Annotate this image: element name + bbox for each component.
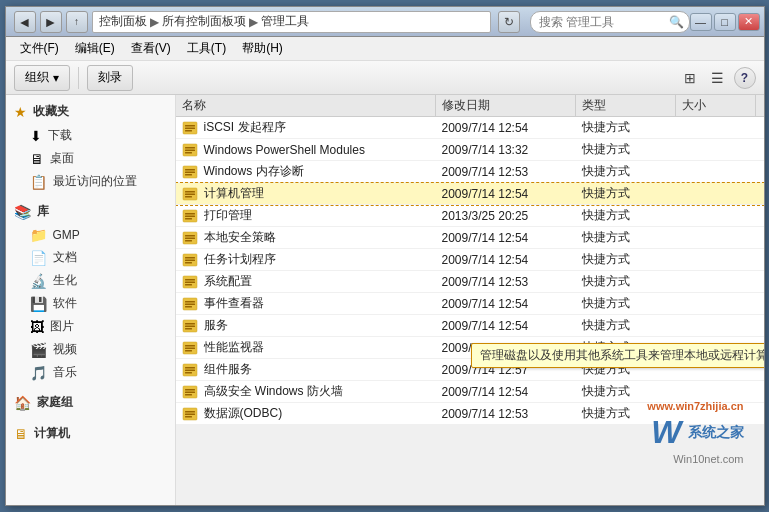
- file-row[interactable]: 计算机管理 2009/7/14 12:54 快捷方式: [176, 183, 764, 205]
- col-header-size[interactable]: 大小: [676, 95, 756, 116]
- file-row[interactable]: Windows 内存诊断 2009/7/14 12:53 快捷方式: [176, 161, 764, 183]
- file-row[interactable]: 打印管理 2013/3/25 20:25 快捷方式: [176, 205, 764, 227]
- sidebar-item-recent[interactable]: 📋 最近访问的位置: [6, 170, 175, 193]
- organize-button[interactable]: 组织 ▾: [14, 65, 70, 91]
- sidebar-item-biochem[interactable]: 🔬 生化: [6, 269, 175, 292]
- burn-button[interactable]: 刻录: [87, 65, 133, 91]
- breadcrumb-part-1: 控制面板: [99, 13, 147, 30]
- file-name-2: Windows 内存诊断: [204, 163, 304, 180]
- file-row[interactable]: 服务 2009/7/14 12:54 快捷方式: [176, 315, 764, 337]
- file-icon-9: [182, 317, 198, 334]
- menu-view[interactable]: 查看(V): [123, 38, 179, 59]
- file-icon-4: [182, 207, 198, 224]
- up-button[interactable]: ↑: [66, 11, 88, 33]
- file-row[interactable]: 本地安全策略 2009/7/14 12:54 快捷方式: [176, 227, 764, 249]
- homegroup-label: 家庭组: [37, 394, 73, 411]
- file-list: 名称 修改日期 类型 大小 iSCSI 发起程序 2009/7/14 12:54…: [176, 95, 764, 425]
- sidebar-item-music[interactable]: 🎵 音乐: [6, 361, 175, 384]
- sidebar-item-download[interactable]: ⬇ 下载: [6, 124, 175, 147]
- sidebar: ★ 收藏夹 ⬇ 下载 🖥 桌面 📋 最近访问的位置 📚: [6, 95, 176, 505]
- file-cell-type-1: 快捷方式: [576, 139, 676, 160]
- file-name-10: 性能监视器: [204, 339, 264, 356]
- sidebar-item-desktop[interactable]: 🖥 桌面: [6, 147, 175, 170]
- menu-help[interactable]: 帮助(H): [234, 38, 291, 59]
- svg-rect-53: [185, 411, 195, 413]
- file-cell-type-9: 快捷方式: [576, 315, 676, 336]
- back-button[interactable]: ◄: [14, 11, 36, 33]
- sidebar-item-software-label: 软件: [53, 295, 77, 312]
- file-cell-size-12: [676, 381, 756, 402]
- file-cell-size-6: [676, 249, 756, 270]
- breadcrumb-part-3: 管理工具: [261, 13, 309, 30]
- view-toggle-button[interactable]: ⊞: [678, 66, 702, 90]
- close-button[interactable]: ✕: [738, 13, 760, 31]
- file-cell-name-8: 事件查看器: [176, 293, 436, 314]
- file-cell-date-9: 2009/7/14 12:54: [436, 315, 576, 336]
- maximize-button[interactable]: □: [714, 13, 736, 31]
- minimize-button[interactable]: —: [690, 13, 712, 31]
- col-header-name[interactable]: 名称: [176, 95, 436, 116]
- file-cell-type-4: 快捷方式: [576, 205, 676, 226]
- sidebar-item-videos[interactable]: 🎬 视频: [6, 338, 175, 361]
- menu-file[interactable]: 文件(F): [12, 38, 67, 59]
- biochem-icon: 🔬: [30, 273, 47, 289]
- file-cell-type-7: 快捷方式: [576, 271, 676, 292]
- sidebar-homegroup-header[interactable]: 🏠 家庭组: [6, 390, 175, 415]
- view-list-button[interactable]: ☰: [706, 66, 730, 90]
- videos-icon: 🎬: [30, 342, 47, 358]
- sidebar-library-section: 📚 库 📁 GMP 📄 文档 🔬 生化 💾 软件: [6, 199, 175, 384]
- main-window: ◄ ► ↑ 控制面板 ▶ 所有控制面板项 ▶ 管理工具 ↻ 🔍 — □ ✕ 文件…: [5, 6, 765, 506]
- recent-icon: 📋: [30, 174, 47, 190]
- watermark-subtext: Win10net.com: [673, 453, 743, 465]
- sidebar-item-pictures-label: 图片: [50, 318, 74, 335]
- file-row[interactable]: Windows PowerShell Modules 2009/7/14 13:…: [176, 139, 764, 161]
- refresh-button[interactable]: ↻: [498, 11, 520, 33]
- file-row[interactable]: iSCSI 发起程序 2009/7/14 12:54 快捷方式: [176, 117, 764, 139]
- titlebar-left: ◄ ► ↑ 控制面板 ▶ 所有控制面板项 ▶ 管理工具 ↻ 🔍: [14, 11, 690, 33]
- file-icon-5: [182, 229, 198, 246]
- library-icon: 📚: [14, 204, 31, 220]
- docs-icon: 📄: [30, 250, 47, 266]
- file-icon-3: [182, 185, 198, 202]
- sidebar-item-software[interactable]: 💾 软件: [6, 292, 175, 315]
- file-row[interactable]: 事件查看器 2009/7/14 12:54 快捷方式: [176, 293, 764, 315]
- file-cell-name-11: 组件服务: [176, 359, 436, 380]
- file-cell-size-9: [676, 315, 756, 336]
- file-cell-name-7: 系统配置: [176, 271, 436, 292]
- file-cell-date-3: 2009/7/14 12:54: [436, 183, 576, 204]
- menu-tools[interactable]: 工具(T): [179, 38, 234, 59]
- sidebar-item-biochem-label: 生化: [53, 272, 77, 289]
- file-cell-type-5: 快捷方式: [576, 227, 676, 248]
- file-name-5: 本地安全策略: [204, 229, 276, 246]
- breadcrumb-sep-1: ▶: [150, 15, 159, 29]
- svg-rect-55: [185, 416, 192, 418]
- svg-rect-3: [185, 130, 192, 132]
- col-header-date[interactable]: 修改日期: [436, 95, 576, 116]
- file-icon-13: [182, 405, 198, 422]
- search-input[interactable]: [530, 11, 690, 33]
- svg-rect-54: [185, 414, 195, 416]
- file-name-3: 计算机管理: [204, 185, 264, 202]
- sidebar-favorites-section: ★ 收藏夹 ⬇ 下载 🖥 桌面 📋 最近访问的位置: [6, 99, 175, 193]
- menu-edit[interactable]: 编辑(E): [67, 38, 123, 59]
- help-button[interactable]: ?: [734, 67, 756, 89]
- sidebar-item-docs[interactable]: 📄 文档: [6, 246, 175, 269]
- svg-rect-42: [185, 348, 195, 350]
- svg-rect-33: [185, 301, 195, 303]
- file-row[interactable]: 系统配置 2009/7/14 12:53 快捷方式: [176, 271, 764, 293]
- file-icon-2: [182, 163, 198, 180]
- file-row[interactable]: 任务计划程序 2009/7/14 12:54 快捷方式: [176, 249, 764, 271]
- sidebar-favorites-header[interactable]: ★ 收藏夹: [6, 99, 175, 124]
- forward-button[interactable]: ►: [40, 11, 62, 33]
- sidebar-item-pictures[interactable]: 🖼 图片: [6, 315, 175, 338]
- homegroup-icon: 🏠: [14, 395, 31, 411]
- file-icon-1: [182, 141, 198, 158]
- file-cell-date-7: 2009/7/14 12:53: [436, 271, 576, 292]
- sidebar-library-header[interactable]: 📚 库: [6, 199, 175, 224]
- sidebar-item-gmp[interactable]: 📁 GMP: [6, 224, 175, 246]
- file-icon-6: [182, 251, 198, 268]
- sidebar-computer-header[interactable]: 🖥 计算机: [6, 421, 175, 446]
- col-header-type[interactable]: 类型: [576, 95, 676, 116]
- file-cell-name-5: 本地安全策略: [176, 227, 436, 248]
- breadcrumb[interactable]: 控制面板 ▶ 所有控制面板项 ▶ 管理工具: [92, 11, 491, 33]
